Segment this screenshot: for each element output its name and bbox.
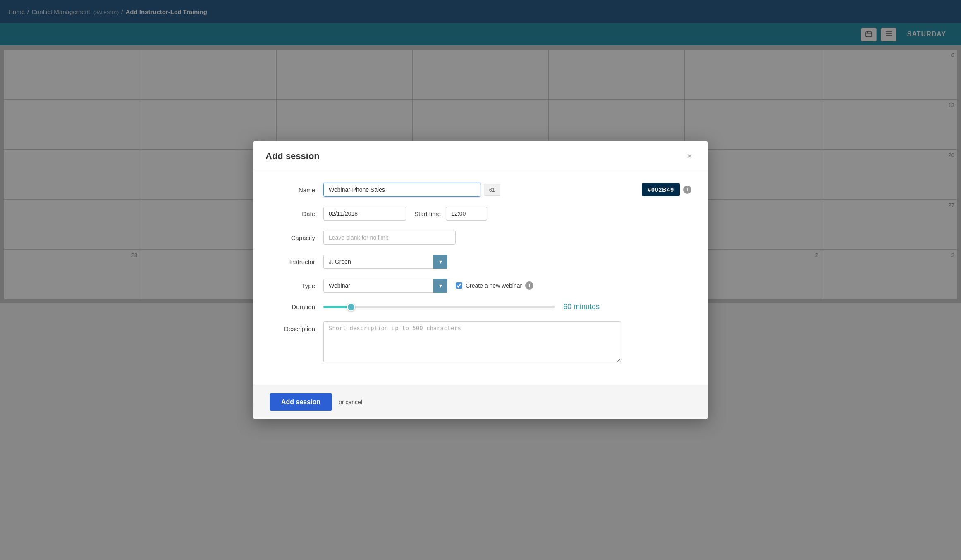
date-input[interactable] (323, 207, 406, 221)
type-label: Type (270, 282, 323, 289)
close-button[interactable]: × (684, 150, 696, 162)
create-webinar-wrap: Create a new webinar i (456, 281, 533, 290)
info-icon[interactable]: i (683, 186, 691, 194)
description-textarea[interactable] (323, 321, 621, 362)
type-select[interactable]: Webinar Classroom Virtual (323, 279, 447, 293)
type-row: Type Webinar Classroom Virtual ▾ Create … (270, 279, 691, 293)
date-label: Date (270, 210, 323, 217)
color-badge[interactable]: #002B49 (642, 183, 680, 196)
instructor-select-wrap: J. Green A. Smith B. Jones ▾ (323, 255, 447, 269)
start-time-label: Start time (414, 210, 441, 217)
name-label: Name (270, 186, 323, 193)
create-webinar-checkbox[interactable] (456, 282, 462, 289)
modal-body: Name 61 #002B49 i Date Start time Capaci… (253, 170, 708, 385)
instructor-row: Instructor J. Green A. Smith B. Jones ▾ (270, 255, 691, 269)
name-input[interactable] (323, 183, 480, 197)
capacity-row: Capacity (270, 231, 691, 245)
name-counter: 61 (484, 184, 500, 196)
type-select-wrap: Webinar Classroom Virtual ▾ (323, 279, 447, 293)
modal-header: Add session × (253, 141, 708, 170)
capacity-label: Capacity (270, 234, 323, 241)
instructor-label: Instructor (270, 258, 323, 265)
modal-overlay: Add session × Name 61 #002B49 i Date Sta… (0, 0, 961, 560)
name-row: Name 61 #002B49 i (270, 183, 691, 197)
capacity-input[interactable] (323, 231, 456, 245)
date-row: Date Start time (270, 207, 691, 221)
duration-slider-track[interactable] (323, 306, 555, 308)
duration-value: 60 minutes (563, 303, 600, 311)
modal-footer: Add session or cancel (253, 385, 708, 419)
description-label: Description (270, 325, 323, 332)
duration-wrap: 60 minutes (323, 303, 691, 311)
cancel-link[interactable]: cancel (345, 399, 362, 405)
description-row: Description (270, 321, 691, 362)
add-session-modal: Add session × Name 61 #002B49 i Date Sta… (253, 141, 708, 419)
start-time-input[interactable] (446, 207, 487, 221)
modal-title: Add session (265, 151, 320, 162)
webinar-info-icon[interactable]: i (525, 281, 533, 290)
duration-slider-thumb[interactable] (347, 303, 355, 311)
create-webinar-label[interactable]: Create a new webinar (466, 282, 522, 289)
add-session-button[interactable]: Add session (270, 393, 332, 411)
duration-label: Duration (270, 303, 323, 310)
instructor-select[interactable]: J. Green A. Smith B. Jones (323, 255, 447, 269)
duration-row: Duration 60 minutes (270, 303, 691, 311)
or-text: or cancel (339, 399, 362, 405)
